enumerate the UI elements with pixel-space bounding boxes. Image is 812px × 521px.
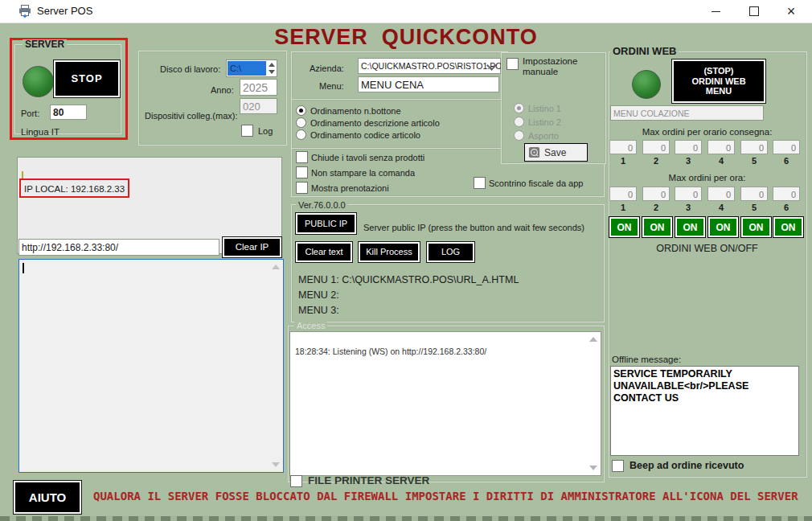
azienda-label: Azienda: [310, 64, 344, 73]
mostra-prenotazioni-checkbox[interactable] [296, 182, 308, 194]
ora-num-1: 1 [609, 203, 637, 212]
beep-checkbox[interactable] [612, 460, 624, 472]
access-label: Access [294, 321, 327, 330]
radio-ordinamento-bottone[interactable] [296, 105, 306, 116]
non-stampare-label: Non stampare la comanda [311, 168, 415, 178]
scroll-up-icon[interactable] [589, 337, 597, 342]
ora-slot-5[interactable] [740, 187, 768, 201]
title-bar: Server POS × [0, 0, 812, 23]
server-pos-window: Server POS × SERVER QUICKCONTO SERVER ST… [0, 0, 812, 521]
kill-process-button[interactable]: Kill Process [359, 242, 420, 262]
ora-slot-2[interactable] [642, 187, 670, 201]
close-button[interactable]: × [773, 0, 809, 23]
clear-ip-button[interactable]: Clear IP [223, 237, 281, 257]
menu-colazione-input[interactable] [610, 105, 764, 121]
consegna-slot-5[interactable] [740, 140, 768, 154]
log-checkbox[interactable] [241, 125, 253, 137]
scroll-down-icon[interactable] [589, 466, 597, 470]
url-input[interactable] [18, 239, 219, 256]
consegna-slot-4[interactable] [707, 140, 735, 154]
port-label: Port: [21, 109, 39, 118]
disco-label: Disco di lavoro: [160, 64, 220, 74]
menu-input[interactable] [358, 76, 499, 92]
consegna-slot-2[interactable] [642, 140, 670, 154]
ip-local-annotation-box: IP LOCAL: 192.168.2.33 [19, 178, 129, 198]
ora-slot-3[interactable] [675, 187, 702, 201]
consegna-num-3: 3 [675, 156, 702, 166]
non-stampare-checkbox[interactable] [296, 166, 308, 178]
console-textarea[interactable] [18, 259, 284, 473]
anno-input[interactable] [240, 79, 277, 96]
on-button-2[interactable]: ON [642, 216, 673, 238]
disco-spinner[interactable]: C:\ [226, 59, 277, 77]
on-button-1[interactable]: ON [609, 216, 640, 238]
ip-local-text: IP LOCAL: 192.168.2.33 [24, 184, 125, 194]
console-scroll-down-icon[interactable] [272, 462, 280, 467]
log-label: Log [258, 126, 273, 136]
radio-listino-1[interactable] [514, 103, 524, 113]
beep-label: Beep ad ordine ricevuto [630, 460, 744, 471]
scontrino-checkbox[interactable] [474, 177, 486, 189]
ora-num-2: 2 [642, 203, 670, 212]
radio-ordinamento-descrizione-label: Ordinamento descrizione articolo [310, 118, 440, 128]
radio-asporto[interactable] [514, 130, 524, 141]
minimize-icon [712, 11, 720, 12]
on-button-5[interactable]: ON [740, 216, 772, 238]
access-log-area[interactable]: 18:28:34: Listening (WS) on http://192.1… [289, 331, 601, 476]
impostazione-manuale-checkbox[interactable] [506, 58, 519, 70]
spinner-down-icon[interactable] [269, 70, 275, 74]
consegna-slot-6[interactable] [773, 140, 800, 154]
bottom-cropped-text-strip [0, 516, 812, 521]
consegna-slot-3[interactable] [675, 140, 702, 154]
menu2-line: MENU 2: [298, 289, 339, 301]
chiude-tavoli-checkbox[interactable] [296, 151, 308, 163]
ora-slot-1[interactable] [609, 187, 637, 201]
maximize-button[interactable] [736, 0, 772, 23]
ora-num-5: 5 [740, 203, 768, 212]
ora-num-3: 3 [675, 203, 702, 212]
save-button[interactable]: Save [524, 143, 588, 162]
aiuto-button[interactable]: AIUTO [14, 481, 81, 514]
ordini-web-stop-button[interactable]: (STOP) ORDINI WEB MENU [672, 59, 765, 103]
radio-ordinamento-codice[interactable] [296, 129, 306, 140]
radio-ordinamento-descrizione[interactable] [296, 117, 306, 128]
impostazione-manuale-label: Impostazione manuale [523, 56, 580, 77]
consegna-num-4: 4 [707, 156, 735, 166]
port-input[interactable] [50, 105, 87, 120]
consegna-num-5: 5 [740, 156, 768, 166]
radio-listino-1-label: Listino 1 [528, 104, 561, 113]
console-scroll-up-icon[interactable] [272, 265, 280, 269]
log-button[interactable]: LOG [427, 242, 474, 262]
consegna-num-2: 2 [642, 156, 670, 166]
max-consegna-label: Max ordini per orario consegna: [609, 127, 806, 137]
ora-slot-4[interactable] [707, 187, 735, 201]
ordini-web-led [632, 70, 661, 99]
dispositivi-input[interactable] [240, 98, 277, 114]
ora-slot-6[interactable] [773, 187, 800, 201]
radio-asporto-label: Asporto [528, 131, 559, 141]
consegna-slot-1[interactable] [609, 140, 637, 154]
spinner-up-icon[interactable] [269, 63, 275, 67]
on-button-6[interactable]: ON [773, 216, 804, 238]
minimize-button[interactable] [698, 0, 733, 23]
access-log-line: 18:28:34: Listening (WS) on http://192.1… [295, 347, 486, 356]
printer-icon [18, 5, 32, 21]
azienda-select[interactable]: C:\QUICKMASTRO.POS\RISTO1.POS [358, 58, 501, 74]
stop-button[interactable]: STOP [54, 60, 120, 97]
on-button-4[interactable]: ON [707, 216, 739, 238]
server-status-led [23, 66, 54, 97]
file-printer-checkbox[interactable] [290, 475, 302, 487]
radio-listino-2[interactable] [514, 117, 524, 127]
on-button-3[interactable]: ON [675, 216, 706, 238]
mostra-prenotazioni-label: Mostra prenotazioni [311, 183, 389, 193]
public-ip-button[interactable]: PUBLIC IP [296, 213, 356, 234]
clear-text-button[interactable]: Clear text [296, 242, 352, 262]
close-icon: × [787, 3, 796, 20]
radio-listino-2-label: Listino 2 [528, 117, 561, 127]
version-label: Ver.76.0.0.0 [296, 200, 348, 210]
scontrino-label: Scontrino fiscale da app [489, 178, 583, 188]
offline-message-textarea[interactable]: SERVICE TEMPORARILY UNAVAILABLE<br/>PLEA… [610, 366, 799, 456]
max-ora-label: Max ordini per ora: [609, 173, 806, 183]
consegna-num-6: 6 [773, 156, 800, 166]
menu3-line: MENU 3: [298, 305, 339, 316]
